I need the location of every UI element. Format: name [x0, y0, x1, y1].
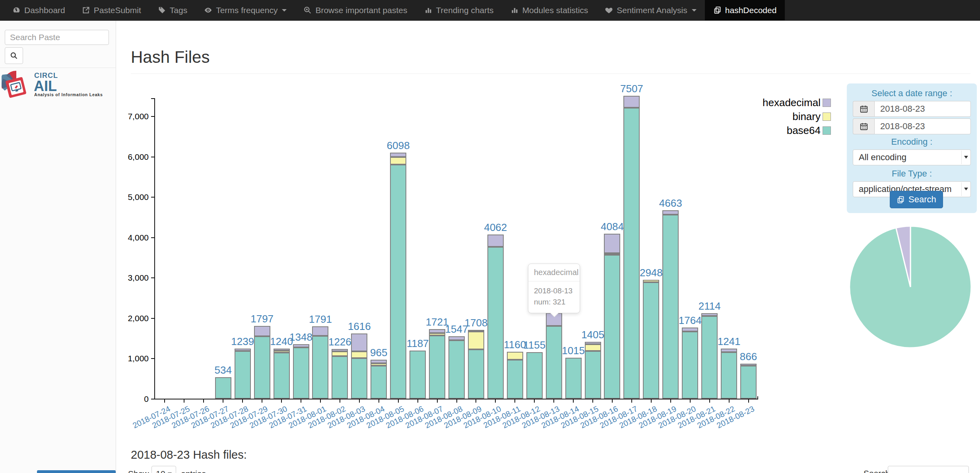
ail-logo-icon: [2, 70, 32, 98]
table-search-input[interactable]: [888, 466, 969, 473]
bar-segment-hexadecimal[interactable]: [312, 326, 328, 335]
top-navbar: Dashboard PasteSubmit Tags Terms frequen…: [0, 0, 980, 21]
bar-segment-binary[interactable]: [585, 344, 601, 351]
legend-item-hexadecimal[interactable]: hexadecimal: [763, 97, 831, 109]
bar-segment-binary[interactable]: [468, 331, 484, 349]
bar-total-label: 4062: [468, 221, 523, 234]
bar-segment-base64[interactable]: [565, 358, 582, 399]
y-axis-tick-label: 1,000: [117, 354, 149, 363]
bar-segment-base64[interactable]: [487, 247, 504, 399]
bar-segment-base64[interactable]: [351, 358, 367, 399]
nav-browse-important-pastes[interactable]: Browse important pastes: [295, 0, 415, 20]
bar-segment-binary[interactable]: [371, 363, 387, 366]
nav-trending-charts[interactable]: Trending charts: [416, 0, 502, 20]
bar-segment-base64[interactable]: [643, 282, 659, 399]
bar-segment-base64[interactable]: [526, 352, 543, 399]
x-axis-tick: [475, 399, 476, 403]
logo-tagline: Analysis of Information Leaks: [34, 92, 103, 97]
eye-icon: [204, 6, 212, 14]
bar-segment-base64[interactable]: [585, 351, 601, 399]
bar-segment-binary[interactable]: [643, 280, 659, 283]
nav-dashboard[interactable]: Dashboard: [4, 0, 74, 20]
x-axis-tick: [612, 399, 613, 403]
bar-segment-hexadecimal[interactable]: [235, 349, 251, 351]
bar-segment-base64[interactable]: [662, 215, 679, 399]
sidebar-bottom-button-cutoff[interactable]: [37, 470, 116, 473]
nav-modules-statistics[interactable]: Modules statistics: [502, 0, 597, 20]
legend-item-base64[interactable]: base64: [787, 124, 831, 137]
nav-sentiment-analysis[interactable]: Sentiment Analysis: [596, 0, 704, 20]
bar-segment-base64[interactable]: [390, 165, 406, 399]
bar-segment-hexadecimal[interactable]: [371, 360, 387, 363]
legend-item-binary[interactable]: binary: [792, 110, 831, 123]
date-from-input[interactable]: [874, 101, 971, 117]
panel-search-button[interactable]: Search: [890, 191, 943, 208]
bar-segment-base64[interactable]: [293, 347, 309, 399]
bar-segment-binary[interactable]: [390, 157, 406, 165]
bar-segment-base64[interactable]: [507, 360, 523, 399]
tag-icon: [158, 6, 166, 14]
legend-swatch-base64: [823, 126, 831, 135]
bar-segment-hexadecimal[interactable]: [293, 344, 309, 347]
date-to-group: [853, 118, 971, 134]
tooltip-title: hexadecimal: [528, 264, 580, 281]
bar-segment-base64[interactable]: [604, 255, 620, 399]
bar-total-label: 1616: [332, 320, 387, 333]
bar-segment-base64[interactable]: [371, 366, 387, 399]
bar-segment-binary[interactable]: [274, 351, 290, 353]
bar-segment-hexadecimal[interactable]: [682, 328, 698, 331]
bar-segment-hexadecimal[interactable]: [487, 235, 504, 247]
nav-label: Dashboard: [24, 6, 65, 15]
y-axis-tick-label: 3,000: [117, 273, 149, 283]
page-length-select[interactable]: 10: [151, 466, 176, 473]
nav-tags[interactable]: Tags: [149, 0, 196, 20]
bar-segment-hexadecimal[interactable]: [701, 313, 718, 316]
y-axis-tick-label: 7,000: [117, 112, 149, 121]
bar-segment-base64[interactable]: [332, 356, 348, 399]
bar-segment-hexadecimal[interactable]: [448, 336, 465, 340]
bar-segment-base64[interactable]: [215, 377, 231, 399]
nav-hash-decoded[interactable]: hashDecoded: [705, 0, 785, 20]
bar-segment-binary[interactable]: [507, 352, 523, 360]
bar-segment-base64[interactable]: [429, 335, 445, 399]
encoding-select[interactable]: All encoding: [853, 149, 971, 165]
bar-segment-hexadecimal[interactable]: [468, 330, 484, 332]
bar-segment-base64[interactable]: [448, 340, 465, 399]
bar-segment-hexadecimal[interactable]: [604, 234, 620, 253]
bar-segment-binary[interactable]: [604, 253, 620, 255]
bar-segment-hexadecimal[interactable]: [740, 364, 757, 366]
nav-terms-frequency[interactable]: Terms frequency: [196, 0, 295, 20]
bar-segment-hexadecimal[interactable]: [274, 349, 290, 351]
bar-segment-base64[interactable]: [546, 326, 562, 399]
bar-total-label: 4663: [643, 197, 699, 209]
y-axis-tick: [151, 358, 154, 359]
sidebar-search-button[interactable]: [5, 47, 23, 64]
nav-label: PasteSubmit: [94, 6, 141, 15]
x-axis-tick: [417, 399, 418, 403]
bar-segment-hexadecimal[interactable]: [585, 342, 601, 344]
bar-segment-base64[interactable]: [468, 349, 484, 399]
bar-segment-hexadecimal[interactable]: [332, 349, 348, 351]
x-axis-tick: [651, 399, 652, 403]
bar-total-label: 866: [721, 351, 776, 363]
date-to-input[interactable]: [874, 118, 971, 134]
bar-segment-base64[interactable]: [274, 353, 290, 399]
bar-segment-base64[interactable]: [235, 351, 251, 399]
bar-segment-hexadecimal[interactable]: [254, 326, 270, 336]
page-title: Hash Files: [131, 48, 210, 67]
bar-segment-base64[interactable]: [623, 108, 640, 399]
bar-segment-binary[interactable]: [332, 351, 348, 356]
bar-segment-hexadecimal[interactable]: [623, 96, 640, 108]
bar-segment-base64[interactable]: [409, 351, 426, 399]
bar-segment-base64[interactable]: [701, 316, 718, 399]
x-axis-tick: [184, 399, 184, 403]
x-axis-tick: [398, 399, 399, 403]
search-paste-input[interactable]: [5, 30, 109, 45]
nav-paste-submit[interactable]: PasteSubmit: [74, 0, 149, 20]
bar-segment-hexadecimal[interactable]: [390, 153, 406, 157]
bar-segment-base64[interactable]: [740, 366, 757, 399]
copy-icon: [897, 196, 905, 204]
bar-segment-hexadecimal[interactable]: [662, 210, 679, 214]
ail-logo: CIRCL AIL Analysis of Information Leaks: [2, 70, 113, 99]
bar-segment-base64[interactable]: [682, 331, 698, 399]
